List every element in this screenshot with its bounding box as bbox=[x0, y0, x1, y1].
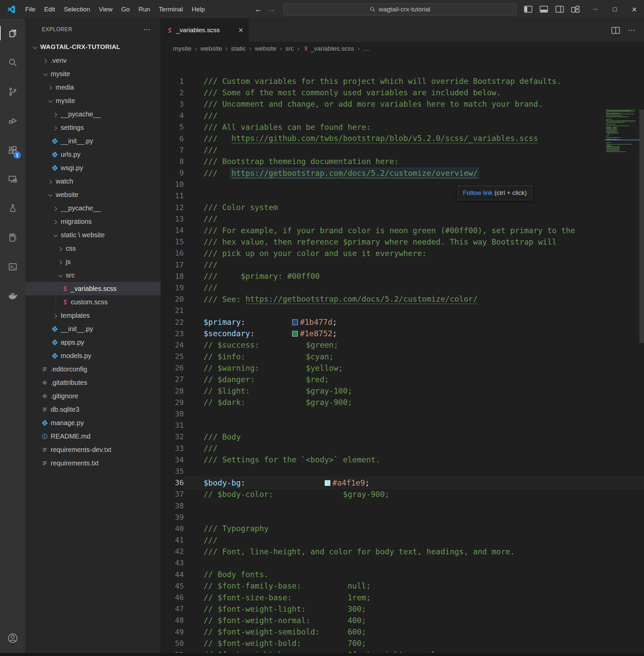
tree-item-wagtail-crx-tutorial[interactable]: WAGTAIL-CRX-TUTORIAL bbox=[25, 40, 161, 54]
tree-item-mysite[interactable]: mysite bbox=[25, 67, 161, 81]
tree-item-watch[interactable]: watch bbox=[25, 175, 161, 188]
code-line-19[interactable]: 19/// bbox=[161, 282, 644, 293]
code-line-2[interactable]: 2/// Some of the most commonly used vari… bbox=[161, 87, 644, 98]
close-button[interactable]: × bbox=[624, 0, 644, 19]
tab-close-icon[interactable]: × bbox=[238, 26, 243, 34]
code-line-24[interactable]: 24// $success: $green; bbox=[161, 339, 644, 350]
tree-item-requirements-dev-txt[interactable]: requirements-dev.txt bbox=[25, 443, 161, 456]
code-line-25[interactable]: 25// $info: $cyan; bbox=[161, 351, 644, 362]
tree-item-wsgi-py[interactable]: wsgi.py bbox=[25, 161, 161, 175]
tree-item-db-sqlite3[interactable]: db.sqlite3 bbox=[25, 403, 161, 416]
tree-item-css[interactable]: css bbox=[25, 242, 161, 255]
code-line-20[interactable]: 20/// See: https://getbootstrap.com/docs… bbox=[161, 294, 644, 305]
toggle-sidebar-icon[interactable] bbox=[524, 6, 532, 13]
code-line-22[interactable]: 22$primary: #1b477d; bbox=[161, 316, 644, 328]
code-line-39[interactable]: 39 bbox=[161, 512, 644, 523]
tree-item-urls-py[interactable]: urls.py bbox=[25, 148, 161, 161]
code-line-15[interactable]: 15/// hex value, then reference $primary… bbox=[161, 236, 644, 248]
tree-item-templates[interactable]: templates bbox=[25, 309, 161, 322]
account-icon[interactable] bbox=[0, 624, 25, 653]
terminal-icon[interactable] bbox=[0, 252, 25, 281]
code-line-35[interactable]: 35 bbox=[161, 466, 644, 477]
code-line-14[interactable]: 14/// For example, if your brand color i… bbox=[161, 225, 644, 236]
code-line-16[interactable]: 16/// pick up on your color and use it e… bbox=[161, 248, 644, 259]
tree-item-mysite[interactable]: mysite bbox=[25, 94, 161, 107]
tree-item--editorconfig[interactable]: .editorconfig bbox=[25, 362, 161, 376]
color-swatch[interactable] bbox=[292, 331, 298, 337]
code-line-45[interactable]: 45// $font-family-base: null; bbox=[161, 580, 644, 592]
explorer-more-actions-icon[interactable]: ⋯ bbox=[143, 28, 151, 31]
customize-layout-icon[interactable] bbox=[571, 6, 580, 13]
tree-item-settings[interactable]: settings bbox=[25, 121, 161, 134]
code-link[interactable]: https://github.com/twbs/bootstrap/blob/v… bbox=[231, 134, 538, 143]
minimap[interactable] bbox=[606, 110, 638, 153]
code-line-46[interactable]: 46// $font-size-base: 1rem; bbox=[161, 592, 644, 603]
source-control-icon[interactable] bbox=[0, 77, 25, 106]
tab-variables-scss[interactable]: _variables.scss × bbox=[161, 19, 249, 42]
code-line-11[interactable]: 11 bbox=[161, 190, 644, 202]
menu-go[interactable]: Go bbox=[117, 4, 134, 15]
color-swatch[interactable] bbox=[292, 319, 298, 325]
tree-item-models-py[interactable]: models.py bbox=[25, 349, 161, 362]
code-link[interactable]: https://getbootstrap.com/docs/5.2/custom… bbox=[231, 169, 478, 178]
tree-item-static-website[interactable]: static \ website bbox=[25, 228, 161, 242]
run-and-debug-icon[interactable] bbox=[0, 106, 25, 135]
code-line-27[interactable]: 27// $danger: $red; bbox=[161, 374, 644, 385]
code-line-10[interactable]: 10 bbox=[161, 179, 644, 190]
breadcrumb-item-file[interactable]: _variables.scss bbox=[303, 45, 354, 52]
follow-link-label[interactable]: Follow link bbox=[463, 189, 493, 196]
tree-item-manage-py[interactable]: manage.py bbox=[25, 416, 161, 430]
tree-item--pycache-[interactable]: __pycache__ bbox=[25, 201, 161, 215]
menu-file[interactable]: File bbox=[21, 4, 40, 15]
tree-item--gitattributes[interactable]: .gitattributes bbox=[25, 376, 161, 389]
code-line-51[interactable]: 51// $font-weight-base: $font-weight-nor… bbox=[161, 649, 644, 653]
tree-item--init-py[interactable]: __init__.py bbox=[25, 134, 161, 148]
code-line-37[interactable]: 37// $body-color: $gray-900; bbox=[161, 489, 644, 500]
code-line-8[interactable]: 8/// Bootstrap themeing documentation he… bbox=[161, 156, 644, 167]
code-line-17[interactable]: 17/// bbox=[161, 259, 644, 270]
code-area[interactable]: 1/// Custom variables for this project w… bbox=[161, 55, 644, 653]
code-line-41[interactable]: 41/// bbox=[161, 535, 644, 546]
code-line-33[interactable]: 33/// bbox=[161, 443, 644, 454]
tree-item-media[interactable]: media bbox=[25, 81, 161, 94]
tree-item--venv[interactable]: .venv bbox=[25, 54, 161, 67]
tree-item-website[interactable]: website bbox=[25, 188, 161, 201]
code-line-18[interactable]: 18/// $primary: #00ff00 bbox=[161, 270, 644, 282]
extensions-icon[interactable]: 1 bbox=[0, 135, 25, 164]
tree-item--gitignore[interactable]: .gitignore bbox=[25, 389, 161, 403]
docker-icon[interactable] bbox=[0, 281, 25, 310]
code-line-26[interactable]: 26// $warning: $yellow; bbox=[161, 362, 644, 374]
maximize-button[interactable] bbox=[605, 0, 624, 19]
code-line-30[interactable]: 30 bbox=[161, 408, 644, 420]
code-line-13[interactable]: 13/// bbox=[161, 213, 644, 225]
menu-selection[interactable]: Selection bbox=[60, 4, 94, 15]
testing-icon[interactable] bbox=[0, 194, 25, 223]
tree-item-js[interactable]: js bbox=[25, 255, 161, 268]
code-line-34[interactable]: 34/// Settings for the `<body>` element. bbox=[161, 454, 644, 466]
code-line-44[interactable]: 44// Body fonts. bbox=[161, 569, 644, 580]
tree-item--variables-scss[interactable]: _variables.scss bbox=[25, 282, 161, 295]
code-line-31[interactable]: 31 bbox=[161, 420, 644, 431]
editor-more-actions-icon[interactable]: ⋯ bbox=[628, 26, 636, 35]
menu-edit[interactable]: Edit bbox=[40, 4, 60, 15]
code-line-47[interactable]: 47// $font-weight-light: 300; bbox=[161, 603, 644, 615]
explorer-icon[interactable] bbox=[0, 19, 25, 48]
code-line-4[interactable]: 4/// bbox=[161, 110, 644, 121]
code-line-12[interactable]: 12/// Color system bbox=[161, 202, 644, 213]
code-line-6[interactable]: 6/// https://github.com/twbs/bootstrap/b… bbox=[161, 133, 644, 144]
color-swatch[interactable] bbox=[325, 480, 330, 486]
tree-item-requirements-txt[interactable]: requirements.txt bbox=[25, 456, 161, 470]
code-line-43[interactable]: 43 bbox=[161, 557, 644, 569]
code-line-9[interactable]: 9/// https://getbootstrap.com/docs/5.2/c… bbox=[161, 167, 644, 179]
code-line-42[interactable]: 42/// Font, line-height, and color for b… bbox=[161, 546, 644, 557]
navigate-forward-icon[interactable]: → bbox=[267, 4, 276, 14]
menu-run[interactable]: Run bbox=[134, 4, 155, 15]
code-line-32[interactable]: 32/// Body bbox=[161, 431, 644, 443]
tree-item--init-py[interactable]: __init__.py bbox=[25, 322, 161, 336]
minimize-button[interactable] bbox=[585, 0, 605, 19]
tree-item--pycache-[interactable]: __pycache__ bbox=[25, 107, 161, 121]
command-center-search[interactable]: wagtail-crx-tutorial bbox=[283, 3, 516, 16]
breadcrumb-more[interactable]: … bbox=[363, 45, 369, 52]
code-line-36[interactable]: 36$body-bg: #a4f1e9; bbox=[161, 477, 644, 489]
code-line-3[interactable]: 3/// Uncomment and change, or add more v… bbox=[161, 98, 644, 110]
